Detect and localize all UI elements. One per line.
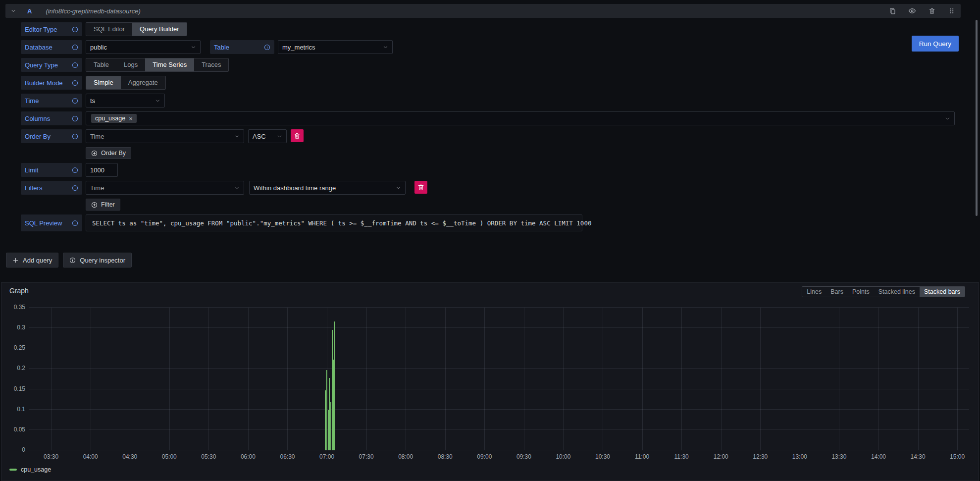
order-by-direction-select[interactable]: ASC xyxy=(248,129,287,143)
graph-mode-option-stacked-bars[interactable]: Stacked bars xyxy=(920,287,965,297)
add-query-button[interactable]: Add query xyxy=(6,253,58,267)
graph-mode-option-stacked-lines[interactable]: Stacked lines xyxy=(874,287,920,297)
graph-panel: Graph LinesBarsPointsStacked linesStacke… xyxy=(1,282,979,481)
add-filter-row: Filter xyxy=(86,199,961,211)
remove-column-icon[interactable]: × xyxy=(129,115,133,122)
query-type-row: Query Type TableLogsTime SeriesTraces xyxy=(21,58,961,72)
filters-row: Filters Time Within dashboard time range xyxy=(21,181,961,195)
query-type-option-time-series[interactable]: Time Series xyxy=(145,58,194,71)
query-inspector-button[interactable]: Query inspector xyxy=(63,253,132,267)
grid-line-x xyxy=(445,308,446,450)
editor-footer: Add query Query inspector xyxy=(6,253,961,267)
grid-line-x xyxy=(603,308,603,450)
remove-order-by-button[interactable] xyxy=(291,129,304,142)
query-type-option-traces[interactable]: Traces xyxy=(194,58,228,71)
chevron-down-icon xyxy=(945,116,950,121)
grid-line-x xyxy=(918,308,919,450)
query-type-option-logs[interactable]: Logs xyxy=(116,58,145,71)
builder-mode-option-aggregate[interactable]: Aggregate xyxy=(121,76,165,89)
info-icon[interactable] xyxy=(72,185,78,191)
table-select[interactable]: my_metrics xyxy=(278,40,393,54)
add-order-by-button[interactable]: Order By xyxy=(86,147,131,159)
order-by-row: Order By Time ASC xyxy=(21,129,961,143)
x-tick-label: 06:30 xyxy=(280,453,295,460)
limit-input[interactable]: 1000 xyxy=(86,163,118,177)
columns-multiselect[interactable]: cpu_usage × xyxy=(86,111,955,125)
collapse-chevron-icon[interactable] xyxy=(10,8,16,14)
query-ref-id: A xyxy=(27,7,32,15)
info-circle-icon xyxy=(69,257,76,264)
hide-query-eye-icon[interactable] xyxy=(908,7,916,15)
y-tick-label: 0.3 xyxy=(1,324,25,331)
grid-line-y xyxy=(29,368,969,369)
run-query-button[interactable]: Run Query xyxy=(912,36,959,52)
info-icon[interactable] xyxy=(72,26,78,33)
time-column-select[interactable]: ts xyxy=(86,94,165,107)
chevron-down-icon xyxy=(396,185,401,191)
editor-type-option-query-builder[interactable]: Query Builder xyxy=(132,23,186,36)
drag-handle-icon[interactable] xyxy=(948,7,956,15)
query-type-group: TableLogsTime SeriesTraces xyxy=(86,58,229,72)
order-by-field-select[interactable]: Time xyxy=(86,129,244,143)
database-label: Database xyxy=(21,40,82,54)
database-select[interactable]: public xyxy=(86,40,201,54)
grid-line-y xyxy=(29,389,969,389)
legend-swatch xyxy=(9,469,17,471)
duplicate-query-icon[interactable] xyxy=(888,7,896,15)
editor-type-option-sql-editor[interactable]: SQL Editor xyxy=(86,23,132,36)
x-tick-label: 05:30 xyxy=(201,453,216,460)
info-icon[interactable] xyxy=(72,167,78,173)
grid-line-x xyxy=(208,308,209,450)
x-tick-label: 14:00 xyxy=(871,453,886,460)
query-type-option-table[interactable]: Table xyxy=(86,58,116,71)
x-tick-label: 04:00 xyxy=(83,453,98,460)
x-tick-label: 06:00 xyxy=(241,453,256,460)
info-icon[interactable] xyxy=(72,98,78,104)
query-row-header[interactable]: A (info8fcc-greptimedb-datasource) xyxy=(5,4,961,18)
chevron-down-icon xyxy=(383,45,388,50)
chevron-down-icon xyxy=(234,185,240,191)
graph-mode-option-points[interactable]: Points xyxy=(848,287,874,297)
info-icon[interactable] xyxy=(72,133,78,140)
grid-line-x xyxy=(130,308,130,450)
x-tick-label: 07:30 xyxy=(359,453,374,460)
info-icon[interactable] xyxy=(72,80,78,86)
grid-line-x xyxy=(366,308,367,450)
graph-mode-group: LinesBarsPointsStacked linesStacked bars xyxy=(802,286,965,297)
column-tag[interactable]: cpu_usage × xyxy=(91,114,137,123)
sql-preview-box: SELECT ts as "time", cpu_usage FROM "pub… xyxy=(86,214,582,231)
filter-field-select[interactable]: Time xyxy=(86,181,244,195)
graph-mode-option-lines[interactable]: Lines xyxy=(802,287,826,297)
plot-area xyxy=(29,308,969,450)
add-filter-button[interactable]: Filter xyxy=(86,199,120,211)
editor-scrollbar[interactable] xyxy=(976,20,978,216)
time-row: Time ts xyxy=(21,94,961,107)
grid-line-x xyxy=(524,308,524,450)
y-tick-label: 0.25 xyxy=(1,344,25,351)
trash-icon xyxy=(417,184,424,191)
info-icon[interactable] xyxy=(72,115,78,122)
info-icon[interactable] xyxy=(72,220,78,226)
grid-line-x xyxy=(563,308,564,450)
info-icon[interactable] xyxy=(72,62,78,68)
circle-plus-icon xyxy=(91,202,98,208)
x-tick-label: 13:30 xyxy=(831,453,846,460)
x-tick-label: 13:00 xyxy=(792,453,807,460)
grid-line-y xyxy=(29,450,969,450)
remove-filter-button[interactable] xyxy=(414,181,427,194)
info-icon[interactable] xyxy=(264,44,270,51)
chevron-down-icon xyxy=(277,134,282,139)
builder-mode-option-simple[interactable]: Simple xyxy=(86,76,121,89)
x-tick-label: 03:30 xyxy=(44,453,58,460)
delete-query-trash-icon[interactable] xyxy=(928,7,936,15)
grid-line-x xyxy=(642,308,643,450)
legend-item-cpu-usage[interactable]: cpu_usage xyxy=(9,466,51,473)
filter-condition-select[interactable]: Within dashboard time range xyxy=(249,181,406,195)
graph-mode-option-bars[interactable]: Bars xyxy=(826,287,848,297)
bar-cpu_usage xyxy=(334,321,335,450)
info-icon[interactable] xyxy=(72,44,78,51)
x-tick-label: 09:00 xyxy=(477,453,492,460)
grid-line-x xyxy=(839,308,839,450)
grid-line-x xyxy=(406,308,406,450)
x-tick-label: 08:00 xyxy=(398,453,413,460)
